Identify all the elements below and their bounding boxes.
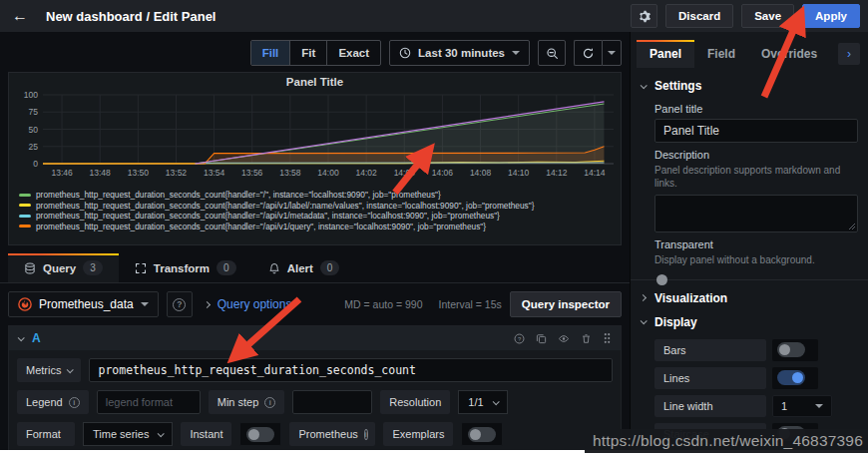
discard-button[interactable]: Discard (665, 4, 733, 28)
metrics-input[interactable]: prometheus_http_request_duration_seconds… (89, 358, 613, 382)
chevron-down-icon (18, 334, 25, 341)
tab-query[interactable]: Query3 (8, 253, 119, 282)
database-icon (24, 262, 36, 274)
datasource-help-button[interactable]: ? (167, 291, 193, 317)
zoom-out-button[interactable] (538, 40, 566, 66)
chart-area[interactable]: 025507510013:4613:4813:5013:5213:5413:56… (9, 88, 621, 190)
options-tab-panel[interactable]: Panel (637, 40, 694, 68)
metrics-row: Metrics prometheus_http_request_duration… (17, 358, 613, 382)
svg-text:14:08: 14:08 (470, 168, 492, 178)
min-step-input[interactable] (292, 390, 372, 414)
size-mode-exact[interactable]: Exact (326, 41, 380, 65)
edit-area: Fill Fit Exact Last 30 minutes (0, 32, 631, 450)
svg-text:13:48: 13:48 (90, 168, 112, 178)
visualization-section-header[interactable]: Visualization (631, 280, 868, 309)
instant-toggle[interactable] (239, 422, 281, 446)
toggle-on (777, 370, 805, 385)
format-label: Format (17, 422, 75, 446)
metrics-dropdown[interactable]: Metrics (17, 358, 81, 382)
panel-preview-title: Panel Title (9, 76, 621, 88)
display-row-label: Lines (654, 367, 766, 389)
size-mode-fill[interactable]: Fill (251, 41, 290, 65)
next-pane-chevron-button[interactable]: › (838, 43, 860, 65)
query-inspector-button[interactable]: Query inspector (510, 291, 622, 317)
line-width-select[interactable]: 1 (772, 395, 832, 417)
tab-alert[interactable]: Alert0 (252, 253, 356, 282)
toggle-off (777, 342, 805, 357)
panel-title-field: Panel title (631, 97, 868, 143)
chevron-down-icon (815, 404, 823, 408)
lines-toggle[interactable] (772, 367, 818, 389)
tab-count-badge: 0 (320, 260, 340, 275)
svg-text:14:12: 14:12 (546, 168, 568, 178)
svg-text:0: 0 (33, 159, 38, 169)
tab-count-badge: 3 (83, 260, 103, 275)
display-section-header[interactable]: Display (631, 309, 868, 333)
back-arrow-icon[interactable]: ← (8, 7, 32, 25)
tab-label: Query (43, 262, 76, 274)
options-tab-field[interactable]: Field (694, 40, 748, 68)
datasource-name: Prometheus_data (39, 297, 134, 311)
refresh-icon (582, 47, 595, 60)
description-textarea[interactable] (654, 195, 858, 232)
delete-query-trash-icon[interactable] (581, 333, 592, 344)
query-a-actions: ? (514, 332, 612, 344)
display-row-lines: Lines (654, 367, 858, 389)
hide-query-eye-icon[interactable] (558, 333, 570, 344)
chevron-right-icon (640, 294, 647, 301)
chevron-down-icon (492, 398, 499, 405)
panel-title-input[interactable] (654, 119, 858, 143)
tab-label: Transform (154, 262, 210, 274)
top-bar: ← New dashboard / Edit Panel Discard Sav… (0, 0, 868, 32)
tab-transform[interactable]: Transform0 (119, 253, 252, 282)
save-button[interactable]: Save (741, 4, 794, 28)
time-range-picker[interactable]: Last 30 minutes (389, 40, 530, 66)
svg-text:50: 50 (29, 125, 39, 135)
datasource-row: Prometheus_data ? Query options MD = aut… (8, 291, 622, 317)
query-a-header[interactable]: A ? (9, 326, 621, 350)
query-row-a: A ? Metrics promet (8, 325, 622, 455)
datasource-picker[interactable]: Prometheus_data (8, 291, 159, 317)
format-select[interactable]: Time series (83, 422, 173, 446)
exemplars-toggle[interactable] (461, 422, 503, 446)
apply-button[interactable]: Apply (802, 4, 860, 28)
min-step-label: Min step i (209, 390, 285, 414)
resolution-select[interactable]: 1/1 (458, 390, 507, 414)
refresh-button[interactable] (574, 40, 602, 66)
settings-section-header[interactable]: Settings (631, 68, 868, 97)
panel-settings-gear-button[interactable] (631, 4, 657, 28)
time-range-label: Last 30 minutes (418, 47, 505, 59)
refresh-interval-dropdown[interactable] (602, 40, 622, 66)
toggle-off (468, 427, 496, 442)
gear-icon (638, 10, 651, 23)
legend-series-name: prometheus_http_request_duration_seconds… (36, 201, 534, 212)
display-row-line-width: Line width1 (654, 395, 858, 417)
legend-series-dash (19, 215, 31, 218)
bell-icon (268, 262, 280, 274)
options-tab-overrides[interactable]: Overrides (748, 40, 830, 68)
duplicate-query-icon[interactable] (536, 333, 547, 344)
size-mode-fit[interactable]: Fit (289, 41, 326, 65)
help-circle-icon[interactable]: ? (514, 333, 525, 344)
bars-toggle[interactable] (772, 339, 818, 361)
chevron-down-icon (641, 317, 648, 324)
transparent-label: Transparent (654, 238, 858, 250)
display-row-label: Bars (654, 339, 766, 361)
legend-item: prometheus_http_request_duration_seconds… (19, 222, 611, 232)
instant-label: Instant (181, 422, 231, 446)
legend-options-row: Legend i legend format Min step i Resolu… (17, 390, 613, 414)
panel-preview: Panel Title 025507510013:4613:4813:5013:… (8, 72, 622, 245)
chevron-down-icon (67, 366, 74, 373)
svg-text:?: ? (518, 335, 522, 341)
size-mode-group: Fill Fit Exact (250, 40, 381, 66)
legend-format-input[interactable]: legend format (97, 390, 201, 414)
query-letter: A (32, 331, 41, 345)
editor-tabs: Query3Transform0Alert0 (0, 253, 630, 283)
legend-series-dash (19, 225, 31, 228)
toggle-off (246, 427, 274, 442)
legend-series-name: prometheus_http_request_duration_seconds… (36, 211, 500, 222)
description-label: Description (654, 149, 858, 161)
transparent-help-text: Display panel without a background. (654, 254, 858, 267)
drag-handle-icon[interactable] (603, 332, 612, 344)
query-options-toggle[interactable]: Query options (205, 297, 292, 311)
